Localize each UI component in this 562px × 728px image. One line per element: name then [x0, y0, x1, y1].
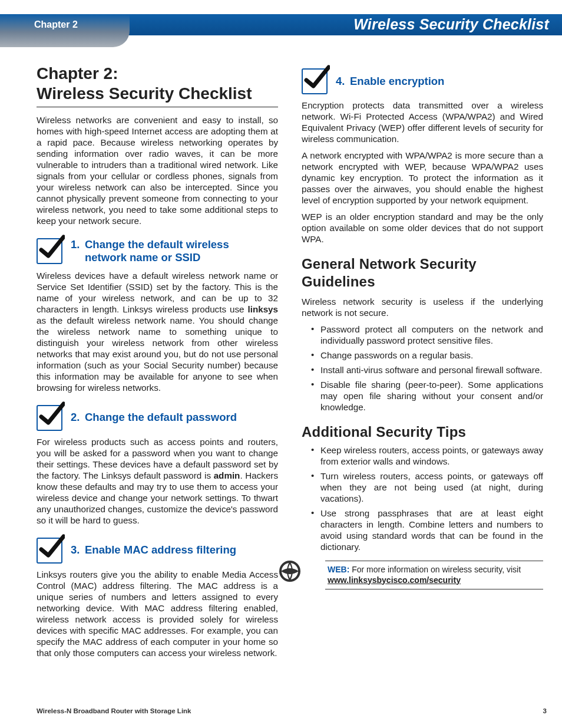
section-3-body: Linksys routers give you the ability to …	[37, 569, 278, 658]
intro-paragraph: Wireless networks are convenient and eas…	[37, 114, 278, 226]
globe-icon	[278, 559, 302, 583]
section-3-number: 3.	[71, 543, 85, 556]
section-1-title-a: Change the default wireless	[85, 238, 229, 251]
section-4-number: 4.	[336, 75, 350, 88]
checkmark-icon	[37, 238, 62, 264]
additional-list: Keep wireless routers, access points, or…	[302, 444, 543, 552]
page-content: Chapter 2: Wireless Security Checklist W…	[37, 64, 547, 704]
checkmark-icon	[302, 68, 328, 94]
web-note: WEB: For more information on wireless se…	[302, 561, 543, 589]
section-1-body-a: Wireless devices have a default wireless…	[37, 271, 278, 314]
section-4-p1: Encryption protects data transmitted ove…	[302, 100, 543, 144]
section-1-body: Wireless devices have a default wireless…	[37, 270, 278, 393]
section-3-title: Enable MAC address filtering	[85, 543, 236, 556]
section-2-heading: 2.Change the default password	[37, 405, 278, 431]
right-column: 4.Enable encryption Encryption protects …	[302, 64, 543, 664]
list-item: Password protect all computers on the ne…	[311, 324, 543, 346]
checkmark-icon	[37, 405, 62, 431]
chapter-heading-line1: Chapter 2:	[37, 64, 118, 83]
additional-tips-heading: Additional Security Tips	[302, 423, 543, 441]
section-1-title-b: network name or SSID	[71, 251, 229, 264]
list-item: Turn wireless routers, access points, or…	[311, 470, 543, 504]
list-item: Disable file sharing (peer-to-peer). Som…	[311, 379, 543, 413]
header-chapter-label: Chapter 2	[34, 19, 78, 31]
general-guidelines-heading: General Network Security Guidelines	[302, 255, 543, 291]
section-4-heading: 4.Enable encryption	[302, 68, 543, 94]
chapter-heading: Chapter 2: Wireless Security Checklist	[37, 64, 278, 107]
section-4-title: Enable encryption	[350, 75, 444, 87]
section-1-heading: 1.Change the default wireless network na…	[37, 238, 278, 264]
page-footer: Wireless-N Broadband Router with Storage…	[37, 707, 547, 715]
footer-page-number: 3	[543, 707, 547, 715]
general-intro: Wireless network security is useless if …	[302, 296, 543, 318]
list-item: Keep wireless routers, access points, or…	[311, 444, 543, 467]
section-4-p2: A network encrypted with WPA/WPA2 is mor…	[302, 150, 543, 206]
list-item: Use strong passphrases that are at least…	[311, 508, 543, 552]
section-2-number: 2.	[71, 411, 85, 424]
section-2-title: Change the default password	[85, 411, 237, 423]
footer-product: Wireless-N Broadband Router with Storage…	[37, 707, 191, 715]
note-link[interactable]: www.linksysbycisco.com/security	[328, 575, 461, 585]
section-1-bold: linksys	[247, 304, 278, 314]
section-2-bold: admin	[214, 470, 240, 480]
list-item: Change passwords on a regular basis.	[311, 350, 543, 361]
checkmark-icon	[37, 538, 62, 564]
section-2-body: For wireless products such as access poi…	[37, 436, 278, 526]
header-page-title: Wireless Security Checklist	[353, 15, 549, 34]
section-1-body-b: as the default wireless network name. Yo…	[37, 315, 278, 393]
section-4-p3: WEP is an older encryption standard and …	[302, 211, 543, 245]
chapter-heading-line2: Wireless Security Checklist	[37, 84, 252, 103]
list-item: Install anti-virus software and personal…	[311, 364, 543, 375]
note-label: WEB:	[328, 565, 349, 574]
section-3-heading: 3.Enable MAC address filtering	[37, 538, 278, 564]
note-text: For more information on wireless securit…	[349, 565, 521, 574]
section-1-number: 1.	[71, 238, 85, 251]
general-list: Password protect all computers on the ne…	[302, 324, 543, 413]
left-column: Chapter 2: Wireless Security Checklist W…	[37, 64, 278, 664]
